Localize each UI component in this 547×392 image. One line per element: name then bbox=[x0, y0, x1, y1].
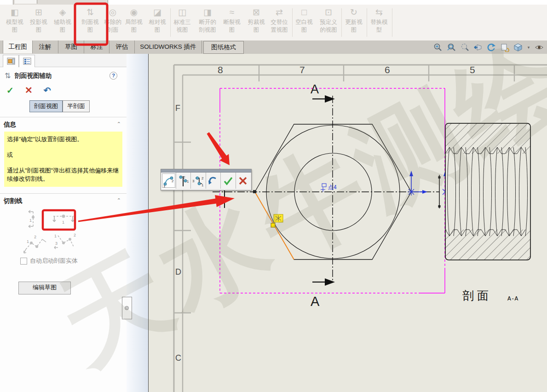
section-arrow-bottom: A bbox=[311, 278, 335, 309]
popup-undo-button[interactable] bbox=[206, 173, 221, 189]
section-view-preview[interactable] bbox=[445, 123, 530, 260]
tab-sketch[interactable]: 草图 bbox=[58, 40, 84, 53]
auxiliary-view-button[interactable]: ◈辅助视图 bbox=[52, 6, 74, 40]
replace-model-button[interactable]: ⇆替换模型 bbox=[368, 6, 390, 40]
predefined-view-button[interactable]: ⊡预定义的视图 bbox=[317, 6, 340, 40]
tab-drawing[interactable]: 工程图 bbox=[3, 40, 33, 53]
view-heads-up-toolbar: ▾ bbox=[433, 41, 544, 53]
detail-view-button[interactable]: ◉局部视图 bbox=[123, 6, 145, 40]
tab-evaluate[interactable]: 评估 bbox=[109, 40, 135, 53]
view-settings-icon[interactable] bbox=[500, 42, 510, 52]
break-view-icon: ≈ bbox=[221, 6, 243, 18]
broken-out-section-button[interactable]: ◨断开的剖视图 bbox=[196, 6, 219, 40]
svg-text:1: 1 bbox=[202, 183, 204, 187]
auto-start-section-checkbox[interactable] bbox=[20, 258, 27, 265]
tab-dimension[interactable]: 标注 bbox=[84, 40, 109, 53]
sketch-point-handle[interactable] bbox=[271, 223, 275, 227]
break-view-button[interactable]: ≈断裂视图 bbox=[221, 6, 243, 40]
sketch-relation-badge[interactable] bbox=[274, 214, 283, 222]
svg-text:2: 2 bbox=[172, 179, 174, 183]
model-view-button[interactable]: ◧模型视图 bbox=[4, 6, 26, 40]
auto-start-section-checkbox-row: 自动启动剖面实体 bbox=[20, 257, 123, 265]
svg-text:剖 面: 剖 面 bbox=[462, 289, 489, 302]
rotate-view-icon[interactable] bbox=[486, 42, 496, 52]
collapse-chevron-icon[interactable]: ⌃ bbox=[117, 121, 121, 127]
toolbar-separator bbox=[392, 8, 392, 37]
empty-view-icon: □ bbox=[293, 6, 315, 18]
info-line: 通过从"剖面视图"弹出框选择其他偏移来继续修改切割线。 bbox=[7, 167, 120, 183]
removed-section-button[interactable]: ◎移除的剖面 bbox=[102, 6, 124, 40]
section-view-label: 剖 面 A-A bbox=[462, 289, 518, 302]
offset-cutting-line-icon[interactable]: 12 bbox=[21, 231, 47, 255]
cancel-button[interactable]: ✕ bbox=[25, 85, 33, 96]
standard-3-view-icon: ◫ bbox=[171, 6, 193, 18]
section-view-button[interactable]: ⇅剖面视图 bbox=[79, 6, 101, 40]
broken-out-section-icon: ◨ bbox=[196, 6, 219, 18]
vertical-cutting-line-icon[interactable]: 1 bbox=[24, 208, 42, 230]
edit-sketch-button[interactable]: 编辑草图 bbox=[18, 282, 71, 294]
mode-section-view[interactable]: 剖面视图 bbox=[29, 100, 63, 112]
aligned-cutting-line-icon[interactable]: 123 bbox=[51, 231, 78, 255]
empty-view-button[interactable]: □空白视图 bbox=[293, 6, 315, 40]
popup-grip[interactable] bbox=[161, 169, 251, 173]
update-view-icon: ↻ bbox=[343, 6, 365, 18]
horizontal-cutting-line-icon[interactable]: 1 bbox=[50, 210, 77, 228]
info-line: 选择"确定"以放置剖面视图。 bbox=[7, 135, 120, 144]
detail-view-icon: ◉ bbox=[123, 6, 145, 18]
popup-cancel-button[interactable] bbox=[236, 173, 251, 189]
svg-text:1: 1 bbox=[27, 239, 29, 244]
relative-view-button[interactable]: ◪相对视图 bbox=[146, 6, 168, 40]
toolbar-separator bbox=[292, 8, 293, 37]
zoom-in-out-icon[interactable] bbox=[460, 42, 470, 52]
projected-view-icon: ⊞ bbox=[28, 6, 50, 18]
property-manager-tab[interactable] bbox=[19, 55, 35, 67]
crop-view-icon: ⊠ bbox=[245, 6, 267, 18]
property-manager-panel: ⇅ 剖面视图辅助 ? ✓ ✕ ↶ 剖面视图 半剖面 信息 ⌃ 选择"确定"以放置… bbox=[0, 54, 127, 392]
svg-text:A: A bbox=[311, 294, 320, 309]
svg-text:3: 3 bbox=[192, 179, 195, 183]
svg-text:7: 7 bbox=[299, 64, 305, 75]
zoom-to-fit-icon[interactable] bbox=[433, 42, 443, 52]
tab-solidworks-addins[interactable]: SOLIDWORKS 插件 bbox=[135, 40, 202, 53]
svg-text:2: 2 bbox=[202, 176, 204, 180]
previous-view-icon[interactable] bbox=[473, 42, 483, 52]
standard-3-view-button[interactable]: ◫标准三视图 bbox=[171, 6, 193, 40]
display-style-eye-icon[interactable] bbox=[534, 42, 544, 52]
feature-manager-icon bbox=[7, 58, 15, 65]
panel-collapse-handle[interactable] bbox=[122, 297, 132, 319]
alternate-position-view-button[interactable]: ⇄交替位置视图 bbox=[268, 6, 290, 40]
undo-button[interactable]: ↶ bbox=[44, 85, 51, 96]
handle-dot bbox=[125, 306, 129, 310]
info-header: 信息 bbox=[4, 121, 16, 128]
view-orientation-cube-icon[interactable] bbox=[513, 42, 523, 52]
crop-view-button[interactable]: ⊠剪裁视图 bbox=[245, 6, 267, 40]
tab-annotation[interactable]: 注解 bbox=[32, 40, 58, 53]
help-icon[interactable]: ? bbox=[109, 72, 117, 80]
zoom-to-area-icon[interactable] bbox=[446, 42, 456, 52]
cutting-line-section: 切割线 ⌃ 1 1 12 bbox=[0, 193, 127, 268]
center-point-annotation: 点4 bbox=[321, 184, 337, 192]
arc-offset-button[interactable]: 12 bbox=[161, 173, 176, 189]
panel-splitter[interactable] bbox=[127, 54, 149, 392]
popup-ok-button[interactable] bbox=[221, 173, 236, 189]
notch-offset-button[interactable]: 321 bbox=[191, 173, 206, 189]
model-view-icon: ◧ bbox=[4, 6, 26, 18]
ok-button[interactable]: ✓ bbox=[6, 85, 14, 96]
svg-text:1: 1 bbox=[54, 234, 57, 238]
single-offset-button[interactable]: 21 bbox=[176, 173, 191, 189]
mode-half-section[interactable]: 半剖面 bbox=[63, 100, 90, 112]
section-view-icon: ⇅ bbox=[79, 6, 101, 18]
auxiliary-view-icon: ◈ bbox=[52, 6, 74, 18]
svg-text:2: 2 bbox=[74, 233, 76, 237]
projected-view-button[interactable]: ⊞投影视图 bbox=[28, 6, 50, 40]
update-view-button[interactable]: ↻更新视图 bbox=[343, 6, 365, 40]
dropdown-caret-icon[interactable]: ▾ bbox=[526, 42, 531, 52]
tab-sheet-format[interactable]: 图纸格式 bbox=[203, 41, 244, 54]
panel-title-row: ⇅ 剖面视图辅助 ? bbox=[0, 67, 127, 83]
section-mode-toggle: 剖面视图 半剖面 bbox=[29, 100, 127, 112]
collapse-chevron-icon[interactable]: ⌃ bbox=[117, 197, 121, 203]
graphics-area[interactable]: 8 7 6 5 F D C bbox=[149, 54, 547, 392]
feature-manager-tab[interactable] bbox=[3, 55, 19, 67]
svg-text:5: 5 bbox=[470, 64, 475, 75]
panel-tab-strip bbox=[0, 54, 127, 67]
